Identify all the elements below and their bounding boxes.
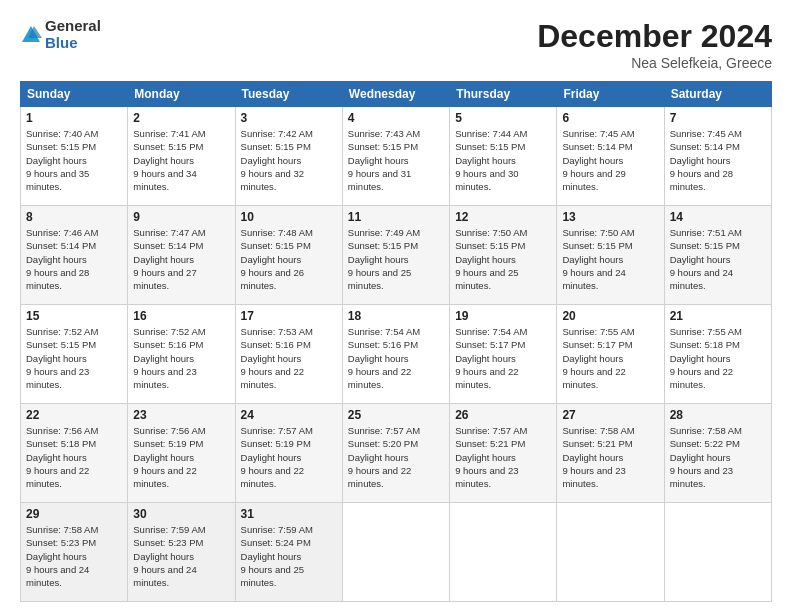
day-info: Sunrise: 7:54 AMSunset: 5:17 PMDaylight … (455, 325, 551, 391)
day-number: 11 (348, 210, 444, 224)
page: General Blue December 2024 Nea Selefkeia… (0, 0, 792, 612)
day-info: Sunrise: 7:55 AMSunset: 5:17 PMDaylight … (562, 325, 658, 391)
month-title: December 2024 (537, 18, 772, 55)
day-info: Sunrise: 7:54 AMSunset: 5:16 PMDaylight … (348, 325, 444, 391)
day-info: Sunrise: 7:53 AMSunset: 5:16 PMDaylight … (241, 325, 337, 391)
day-info: Sunrise: 7:50 AMSunset: 5:15 PMDaylight … (455, 226, 551, 292)
cal-cell: 22Sunrise: 7:56 AMSunset: 5:18 PMDayligh… (21, 404, 128, 503)
day-number: 29 (26, 507, 122, 521)
day-info: Sunrise: 7:58 AMSunset: 5:23 PMDaylight … (26, 523, 122, 589)
cal-cell: 13Sunrise: 7:50 AMSunset: 5:15 PMDayligh… (557, 206, 664, 305)
logo-general-label: General (45, 18, 101, 35)
day-number: 25 (348, 408, 444, 422)
cal-cell: 7Sunrise: 7:45 AMSunset: 5:14 PMDaylight… (664, 107, 771, 206)
cal-cell: 5Sunrise: 7:44 AMSunset: 5:15 PMDaylight… (450, 107, 557, 206)
day-info: Sunrise: 7:58 AMSunset: 5:22 PMDaylight … (670, 424, 766, 490)
day-info: Sunrise: 7:49 AMSunset: 5:15 PMDaylight … (348, 226, 444, 292)
day-number: 4 (348, 111, 444, 125)
day-number: 21 (670, 309, 766, 323)
day-number: 8 (26, 210, 122, 224)
day-number: 1 (26, 111, 122, 125)
cal-cell: 28Sunrise: 7:58 AMSunset: 5:22 PMDayligh… (664, 404, 771, 503)
day-number: 17 (241, 309, 337, 323)
col-header-wednesday: Wednesday (342, 82, 449, 107)
cal-cell: 2Sunrise: 7:41 AMSunset: 5:15 PMDaylight… (128, 107, 235, 206)
cal-cell: 4Sunrise: 7:43 AMSunset: 5:15 PMDaylight… (342, 107, 449, 206)
day-number: 20 (562, 309, 658, 323)
cal-cell: 31Sunrise: 7:59 AMSunset: 5:24 PMDayligh… (235, 503, 342, 602)
day-number: 18 (348, 309, 444, 323)
cal-cell: 11Sunrise: 7:49 AMSunset: 5:15 PMDayligh… (342, 206, 449, 305)
day-number: 22 (26, 408, 122, 422)
cal-cell: 24Sunrise: 7:57 AMSunset: 5:19 PMDayligh… (235, 404, 342, 503)
day-number: 9 (133, 210, 229, 224)
cal-cell: 14Sunrise: 7:51 AMSunset: 5:15 PMDayligh… (664, 206, 771, 305)
cal-cell: 8Sunrise: 7:46 AMSunset: 5:14 PMDaylight… (21, 206, 128, 305)
cal-cell (450, 503, 557, 602)
day-number: 24 (241, 408, 337, 422)
cal-cell: 21Sunrise: 7:55 AMSunset: 5:18 PMDayligh… (664, 305, 771, 404)
week-row-1: 1Sunrise: 7:40 AMSunset: 5:15 PMDaylight… (21, 107, 772, 206)
day-info: Sunrise: 7:47 AMSunset: 5:14 PMDaylight … (133, 226, 229, 292)
day-number: 6 (562, 111, 658, 125)
location-label: Nea Selefkeia, Greece (537, 55, 772, 71)
cal-cell: 18Sunrise: 7:54 AMSunset: 5:16 PMDayligh… (342, 305, 449, 404)
cal-cell: 3Sunrise: 7:42 AMSunset: 5:15 PMDaylight… (235, 107, 342, 206)
day-number: 7 (670, 111, 766, 125)
day-info: Sunrise: 7:57 AMSunset: 5:20 PMDaylight … (348, 424, 444, 490)
day-number: 28 (670, 408, 766, 422)
col-header-friday: Friday (557, 82, 664, 107)
day-number: 14 (670, 210, 766, 224)
day-info: Sunrise: 7:40 AMSunset: 5:15 PMDaylight … (26, 127, 122, 193)
cal-cell: 26Sunrise: 7:57 AMSunset: 5:21 PMDayligh… (450, 404, 557, 503)
day-info: Sunrise: 7:41 AMSunset: 5:15 PMDaylight … (133, 127, 229, 193)
day-number: 15 (26, 309, 122, 323)
cal-cell: 20Sunrise: 7:55 AMSunset: 5:17 PMDayligh… (557, 305, 664, 404)
day-info: Sunrise: 7:45 AMSunset: 5:14 PMDaylight … (670, 127, 766, 193)
cal-cell: 29Sunrise: 7:58 AMSunset: 5:23 PMDayligh… (21, 503, 128, 602)
cal-cell (557, 503, 664, 602)
cal-cell: 17Sunrise: 7:53 AMSunset: 5:16 PMDayligh… (235, 305, 342, 404)
cal-cell: 10Sunrise: 7:48 AMSunset: 5:15 PMDayligh… (235, 206, 342, 305)
day-info: Sunrise: 7:57 AMSunset: 5:21 PMDaylight … (455, 424, 551, 490)
day-info: Sunrise: 7:44 AMSunset: 5:15 PMDaylight … (455, 127, 551, 193)
day-number: 10 (241, 210, 337, 224)
cal-cell: 30Sunrise: 7:59 AMSunset: 5:23 PMDayligh… (128, 503, 235, 602)
cal-cell: 9Sunrise: 7:47 AMSunset: 5:14 PMDaylight… (128, 206, 235, 305)
day-info: Sunrise: 7:56 AMSunset: 5:18 PMDaylight … (26, 424, 122, 490)
cal-cell: 23Sunrise: 7:56 AMSunset: 5:19 PMDayligh… (128, 404, 235, 503)
day-number: 5 (455, 111, 551, 125)
col-header-tuesday: Tuesday (235, 82, 342, 107)
calendar: SundayMondayTuesdayWednesdayThursdayFrid… (20, 81, 772, 602)
day-info: Sunrise: 7:58 AMSunset: 5:21 PMDaylight … (562, 424, 658, 490)
cal-cell: 15Sunrise: 7:52 AMSunset: 5:15 PMDayligh… (21, 305, 128, 404)
day-info: Sunrise: 7:42 AMSunset: 5:15 PMDaylight … (241, 127, 337, 193)
logo-icon (20, 24, 42, 46)
col-header-thursday: Thursday (450, 82, 557, 107)
cal-cell (664, 503, 771, 602)
week-row-4: 22Sunrise: 7:56 AMSunset: 5:18 PMDayligh… (21, 404, 772, 503)
day-info: Sunrise: 7:56 AMSunset: 5:19 PMDaylight … (133, 424, 229, 490)
cal-cell: 27Sunrise: 7:58 AMSunset: 5:21 PMDayligh… (557, 404, 664, 503)
day-info: Sunrise: 7:52 AMSunset: 5:15 PMDaylight … (26, 325, 122, 391)
col-header-monday: Monday (128, 82, 235, 107)
day-info: Sunrise: 7:48 AMSunset: 5:15 PMDaylight … (241, 226, 337, 292)
logo-text: General Blue (45, 18, 101, 51)
day-info: Sunrise: 7:59 AMSunset: 5:23 PMDaylight … (133, 523, 229, 589)
day-number: 23 (133, 408, 229, 422)
day-info: Sunrise: 7:55 AMSunset: 5:18 PMDaylight … (670, 325, 766, 391)
col-header-sunday: Sunday (21, 82, 128, 107)
day-number: 30 (133, 507, 229, 521)
day-number: 2 (133, 111, 229, 125)
cal-cell: 16Sunrise: 7:52 AMSunset: 5:16 PMDayligh… (128, 305, 235, 404)
day-info: Sunrise: 7:45 AMSunset: 5:14 PMDaylight … (562, 127, 658, 193)
day-info: Sunrise: 7:51 AMSunset: 5:15 PMDaylight … (670, 226, 766, 292)
cal-cell: 6Sunrise: 7:45 AMSunset: 5:14 PMDaylight… (557, 107, 664, 206)
cal-cell: 12Sunrise: 7:50 AMSunset: 5:15 PMDayligh… (450, 206, 557, 305)
cal-cell (342, 503, 449, 602)
calendar-table: SundayMondayTuesdayWednesdayThursdayFrid… (20, 81, 772, 602)
cal-cell: 1Sunrise: 7:40 AMSunset: 5:15 PMDaylight… (21, 107, 128, 206)
day-info: Sunrise: 7:59 AMSunset: 5:24 PMDaylight … (241, 523, 337, 589)
day-number: 16 (133, 309, 229, 323)
cal-cell: 25Sunrise: 7:57 AMSunset: 5:20 PMDayligh… (342, 404, 449, 503)
